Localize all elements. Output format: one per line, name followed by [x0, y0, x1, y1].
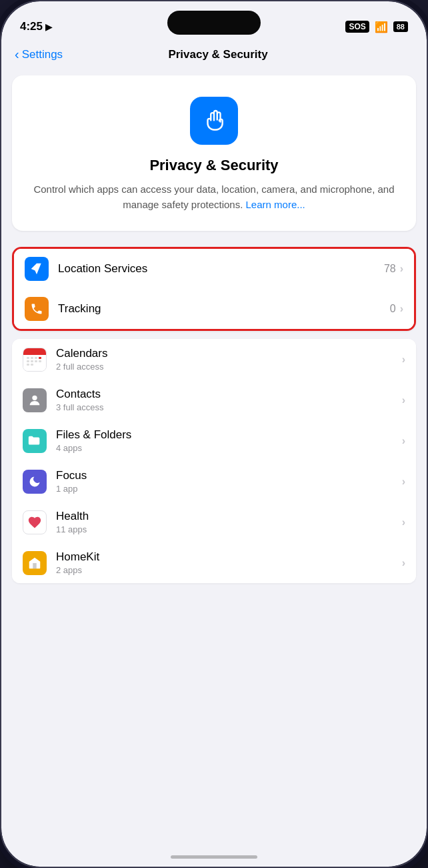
calendar-body [23, 355, 46, 371]
files-folder-icon [27, 434, 42, 448]
homekit-item[interactable]: HomeKit 2 apps › [12, 542, 416, 583]
contacts-chevron-icon: › [402, 394, 405, 406]
health-icon [23, 510, 47, 534]
focus-item[interactable]: Focus 1 app › [12, 461, 416, 502]
tracking-item[interactable]: Tracking 0 › [14, 289, 414, 329]
svg-rect-0 [27, 357, 29, 359]
svg-rect-8 [27, 364, 29, 366]
svg-rect-4 [27, 360, 29, 362]
tracking-chevron-icon: › [400, 303, 403, 315]
contacts-text: Contacts 3 full access [56, 388, 402, 412]
files-label: Files & Folders [56, 428, 402, 442]
contacts-right: › [402, 394, 405, 406]
calendars-text: Calendars 2 full access [56, 347, 402, 372]
homekit-chevron-icon: › [402, 557, 405, 569]
health-label: Health [56, 510, 402, 523]
location-services-item[interactable]: Location Services 78 › [14, 249, 414, 289]
health-chevron-icon: › [402, 516, 405, 528]
svg-rect-6 [35, 360, 37, 362]
health-heart-icon [27, 515, 42, 530]
homekit-sublabel: 2 apps [56, 565, 402, 575]
homekit-text: HomeKit 2 apps [56, 550, 402, 575]
focus-sublabel: 1 app [56, 484, 402, 494]
contacts-item[interactable]: Contacts 3 full access › [12, 380, 416, 420]
phone-screen: 4:25 ▶ SOS 📶 88 ‹ Settings Privacy & Sec… [1, 1, 427, 867]
svg-rect-2 [35, 357, 37, 359]
location-services-right: 78 › [384, 263, 403, 275]
status-time: 4:25 ▶ [20, 20, 52, 33]
contacts-sublabel: 3 full access [56, 402, 402, 412]
focus-text: Focus 1 app [56, 469, 402, 494]
hero-card: Privacy & Security Control which apps ca… [12, 75, 416, 231]
hero-icon [190, 97, 238, 145]
health-sublabel: 11 apps [56, 524, 402, 534]
hero-description: Control which apps can access your data,… [28, 182, 400, 212]
location-services-count: 78 [384, 263, 396, 275]
phone-frame: 4:25 ▶ SOS 📶 88 ‹ Settings Privacy & Sec… [0, 0, 428, 868]
tracking-phone-icon [30, 302, 43, 316]
focus-right: › [402, 476, 405, 488]
sos-badge: SOS [345, 21, 369, 33]
health-text: Health 11 apps [56, 510, 402, 534]
tracking-right: 0 › [390, 303, 403, 315]
contacts-icon [23, 388, 47, 412]
back-chevron-icon: ‹ [15, 47, 19, 62]
files-right: › [402, 435, 405, 447]
permissions-section: Calendars 2 full access › [12, 339, 416, 583]
focus-icon [23, 470, 47, 494]
tracking-text: Tracking [58, 302, 390, 316]
location-icon: ▶ [45, 22, 52, 32]
focus-moon-icon [28, 475, 41, 488]
homekit-house-icon [27, 556, 42, 570]
location-arrow-icon [30, 262, 43, 276]
contacts-label: Contacts [56, 388, 402, 401]
files-sublabel: 4 apps [56, 443, 402, 453]
hand-icon [201, 108, 227, 133]
tracking-label: Tracking [58, 302, 390, 316]
calendar-top [23, 348, 46, 355]
calendars-label: Calendars [56, 347, 402, 360]
content-area: Privacy & Security Control which apps ca… [1, 70, 427, 618]
calendars-chevron-icon: › [402, 354, 405, 366]
svg-rect-7 [39, 360, 41, 362]
tracking-count: 0 [390, 303, 396, 315]
focus-label: Focus [56, 469, 402, 482]
health-item[interactable]: Health 11 apps › [12, 502, 416, 542]
status-right: SOS 📶 88 [345, 21, 408, 33]
contacts-person-icon [27, 393, 42, 408]
tracking-icon [25, 297, 49, 321]
files-text: Files & Folders 4 apps [56, 428, 402, 453]
files-icon [23, 429, 47, 453]
homekit-icon [23, 551, 47, 575]
homekit-label: HomeKit [56, 550, 402, 564]
svg-rect-9 [31, 364, 33, 366]
nav-header: ‹ Settings Privacy & Security [1, 41, 427, 70]
hero-desc-text: Control which apps can access your data,… [33, 183, 394, 210]
time-label: 4:25 [20, 20, 43, 33]
dynamic-island [167, 11, 261, 35]
svg-point-10 [32, 395, 37, 400]
calendars-item[interactable]: Calendars 2 full access › [12, 339, 416, 380]
battery-label: 88 [393, 21, 408, 32]
homekit-right: › [402, 557, 405, 569]
learn-more-link[interactable]: Learn more... [246, 199, 305, 210]
files-chevron-icon: › [402, 435, 405, 447]
location-services-text: Location Services [58, 262, 384, 276]
files-item[interactable]: Files & Folders 4 apps › [12, 420, 416, 461]
location-services-icon [25, 257, 49, 281]
calendar-grid-icon [26, 356, 43, 370]
svg-rect-3 [39, 357, 41, 359]
location-services-chevron-icon: › [400, 263, 403, 275]
focus-chevron-icon: › [402, 476, 405, 488]
home-indicator [171, 855, 257, 859]
page-title: Privacy & Security [23, 48, 413, 61]
svg-rect-1 [31, 357, 33, 359]
location-services-label: Location Services [58, 262, 384, 276]
wifi-icon: 📶 [375, 21, 388, 33]
health-right: › [402, 516, 405, 528]
top-section: Location Services 78 › Tr [12, 247, 416, 331]
calendars-right: › [402, 354, 405, 366]
calendars-sublabel: 2 full access [56, 362, 402, 372]
hero-title: Privacy & Security [28, 157, 400, 174]
calendars-icon [23, 348, 47, 372]
